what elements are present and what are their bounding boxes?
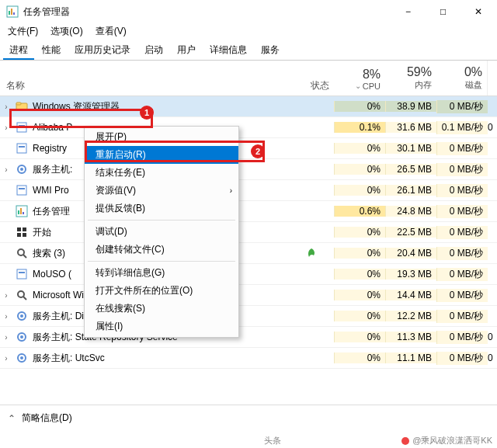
menubar: 文件(F) 选项(O) 查看(V) (0, 23, 497, 40)
process-icon (16, 100, 28, 113)
tab-apphistory[interactable]: 应用历史记录 (68, 40, 137, 60)
process-memory: 38.9 MB (385, 101, 436, 112)
svg-rect-13 (19, 188, 25, 189)
svg-point-31 (20, 335, 23, 339)
process-row[interactable]: 搜索 (3)0%20.4 MB0 MB/秒 (0, 243, 497, 264)
menu-item[interactable]: 提供反馈(B) (85, 200, 238, 217)
minimize-button[interactable]: − (391, 0, 426, 23)
process-icon (16, 142, 28, 155)
process-cpu: 0% (334, 290, 385, 300)
maximize-button[interactable]: □ (426, 0, 461, 23)
menu-item[interactable]: 重新启动(R) (85, 146, 238, 164)
process-row[interactable]: MoUSO (0%19.3 MB0 MB/秒 (0, 264, 497, 285)
expand-toggle[interactable]: › (0, 102, 12, 111)
svg-line-23 (23, 255, 26, 258)
process-cpu: 0% (334, 227, 385, 238)
svg-rect-3 (13, 12, 15, 15)
process-memory: 11.3 MB (385, 332, 436, 342)
expand-toggle[interactable]: › (0, 333, 12, 342)
tab-details[interactable]: 详细信息 (203, 40, 253, 60)
tab-processes[interactable]: 进程 (3, 40, 34, 60)
process-row[interactable]: WMI Pro0%26.1 MB0 MB/秒 (0, 180, 497, 201)
tab-performance[interactable]: 性能 (36, 40, 67, 60)
process-row[interactable]: ›服务主机:0%26.5 MB0 MB/秒 (0, 159, 497, 180)
expand-toggle[interactable]: › (0, 312, 12, 321)
process-cpu: 0% (334, 352, 385, 363)
svg-line-27 (23, 297, 26, 300)
svg-rect-8 (17, 144, 26, 153)
process-name: Windows 资源管理器 (31, 100, 306, 113)
process-memory: 19.3 MB (385, 269, 436, 280)
process-disk: 0 MB/秒 (436, 205, 488, 218)
close-button[interactable]: ✕ (461, 0, 495, 23)
menu-item[interactable]: 创建转储文件(C) (85, 241, 238, 259)
process-row[interactable]: Registry0%30.1 MB0 MB/秒 (0, 138, 497, 159)
col-more (488, 61, 497, 96)
column-headers: 名称 状态 8% ⌄CPU 59% 内存 0% 磁盘 (0, 61, 497, 96)
expand-toggle[interactable]: › (0, 354, 12, 363)
col-name[interactable]: 名称 (0, 61, 306, 96)
process-icon (16, 268, 28, 280)
chevron-down-icon: ⌄ (355, 82, 361, 90)
process-row[interactable]: 任务管理0.6%24.8 MB0 MB/秒 (0, 201, 497, 222)
tab-startup[interactable]: 启动 (138, 40, 169, 60)
process-icon (16, 205, 28, 217)
svg-rect-7 (19, 125, 25, 127)
menu-item[interactable]: 打开文件所在的位置(O) (85, 282, 238, 300)
menu-item[interactable]: 结束任务(E) (85, 164, 238, 182)
process-row[interactable]: ›服务主机: Diagnostic Policy Service0%12.2 M… (0, 306, 497, 327)
col-memory[interactable]: 59% 内存 (385, 61, 436, 96)
process-cpu: 0% (334, 185, 385, 196)
mem-label: 内存 (415, 79, 432, 91)
process-cpu: 0% (334, 332, 385, 342)
cpu-label: CPU (363, 82, 381, 91)
svg-rect-24 (17, 269, 26, 279)
svg-rect-18 (17, 227, 21, 231)
process-row[interactable]: ›Windows 资源管理器0%38.9 MB0 MB/秒 (0, 96, 497, 117)
svg-point-33 (20, 356, 23, 359)
process-disk: 0 MB/秒 (436, 142, 488, 155)
menu-item[interactable]: 资源值(V)› (85, 182, 238, 200)
expand-toggle[interactable]: › (0, 291, 12, 300)
col-status[interactable]: 状态 (306, 61, 334, 96)
svg-rect-15 (18, 210, 19, 214)
menu-item[interactable]: 展开(P) (85, 128, 238, 146)
menu-item[interactable]: 转到详细信息(G) (85, 264, 238, 282)
process-row[interactable]: ›服务主机: State Repository Service0%11.3 MB… (0, 327, 497, 348)
process-icon (16, 163, 28, 175)
menu-options[interactable]: 选项(O) (46, 23, 87, 40)
col-disk[interactable]: 0% 磁盘 (436, 61, 488, 96)
expand-toggle[interactable]: › (0, 123, 12, 132)
watermark-right: @乘风破浪潇洒哥KK (401, 435, 492, 446)
menu-item[interactable]: 属性(I) (85, 318, 238, 335)
svg-point-22 (18, 249, 24, 255)
menu-view[interactable]: 查看(V) (91, 23, 131, 40)
tab-bar: 进程 性能 应用历史记录 启动 用户 详细信息 服务 (0, 40, 497, 61)
process-row[interactable]: ›服务主机: UtcSvc0%11.1 MB0 MB/秒0 (0, 348, 497, 369)
cpu-pct: 8% (363, 68, 381, 82)
process-icon (16, 331, 28, 343)
col-cpu[interactable]: 8% ⌄CPU (334, 61, 385, 96)
tab-services[interactable]: 服务 (255, 40, 286, 60)
expand-toggle[interactable]: › (0, 165, 12, 174)
process-row[interactable]: ›Alibaba P0.1%31.6 MB0.1 MB/秒0 (0, 117, 497, 138)
process-memory: 12.2 MB (385, 311, 436, 321)
titlebar: 任务管理器 − □ ✕ (0, 0, 497, 23)
menu-file[interactable]: 文件(F) (3, 23, 43, 40)
process-disk: 0 MB/秒 (436, 100, 488, 113)
process-icon (16, 352, 28, 364)
process-row[interactable]: 开始0%22.5 MB0 MB/秒 (0, 222, 497, 243)
process-disk: 0 MB/秒 (436, 331, 488, 344)
footer: ⌃ 简略信息(D) (0, 405, 497, 431)
chevron-up-icon[interactable]: ⌃ (8, 413, 16, 424)
process-memory: 31.6 MB (385, 122, 436, 133)
menu-separator (88, 220, 235, 221)
footer-label[interactable]: 简略信息(D) (22, 412, 72, 425)
process-icon (16, 121, 28, 134)
tab-users[interactable]: 用户 (171, 40, 202, 60)
menu-item[interactable]: 在线搜索(S) (85, 300, 238, 318)
menu-item[interactable]: 调试(D) (85, 223, 238, 241)
process-disk: 0 MB/秒 (436, 289, 488, 302)
watermark-left: 头条 (264, 435, 281, 446)
process-row[interactable]: ›Microsoft Windows Search 索引器0%14.4 MB0 … (0, 285, 497, 306)
